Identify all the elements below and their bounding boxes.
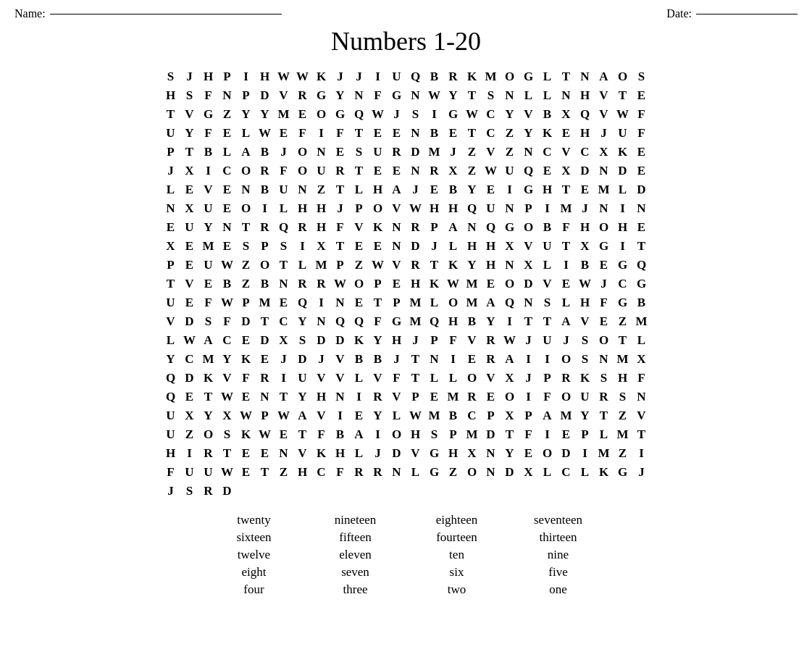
grid-cell: W: [501, 330, 519, 349]
grid-cell: N: [350, 85, 369, 104]
grid-cell: G: [632, 274, 651, 293]
grid-cell: N: [388, 217, 406, 236]
grid-cell: S: [482, 85, 501, 104]
grid-cell: D: [406, 142, 425, 161]
grid-cell: S: [237, 236, 256, 255]
grid-cell: L: [350, 443, 369, 462]
grid-cell: M: [406, 293, 425, 312]
grid-cell: O: [614, 67, 632, 85]
grid-cell: L: [632, 330, 651, 349]
grid-cell: X: [519, 462, 538, 481]
grid-cell: Q: [576, 104, 595, 123]
grid-cell: W: [406, 406, 425, 425]
grid-cell: A: [199, 330, 218, 349]
grid-cell: G: [444, 104, 463, 123]
grid-cell: Y: [256, 104, 275, 123]
grid-cell: B: [350, 349, 369, 368]
word-item: three: [309, 582, 403, 597]
grid-cell: Q: [293, 293, 312, 312]
grid-cell: B: [463, 312, 482, 330]
grid-cell: Y: [218, 349, 237, 368]
grid-cell: W: [275, 67, 293, 85]
grid-cell: I: [632, 443, 651, 462]
grid-cell: D: [256, 330, 275, 349]
grid-cell: U: [199, 462, 218, 481]
grid-cell: S: [293, 330, 312, 349]
grid-cell: P: [350, 198, 369, 217]
grid-cell: V: [369, 368, 388, 387]
grid-cell: V: [557, 142, 576, 161]
date-underline[interactable]: [696, 14, 798, 14]
grid-cell: P: [388, 293, 406, 312]
grid-cell: C: [482, 104, 501, 123]
grid-cell: Y: [180, 123, 199, 142]
grid-cell: K: [312, 443, 331, 462]
grid-cell: V: [519, 236, 538, 255]
name-underline[interactable]: [50, 14, 282, 14]
grid-cell: E: [237, 330, 256, 349]
grid-cell: S: [595, 368, 614, 387]
word-item: five: [511, 565, 606, 580]
grid-cell: T: [519, 312, 538, 330]
grid-cell: X: [463, 443, 482, 462]
grid-cell: F: [293, 123, 312, 142]
grid-cell: E: [632, 85, 651, 104]
grid-cell: R: [425, 161, 444, 180]
grid-cell: G: [519, 67, 538, 85]
grid-cell: E: [482, 274, 501, 293]
grid-cell: H: [463, 236, 482, 255]
grid-cell: T: [256, 312, 275, 330]
grid-cell: G: [595, 236, 614, 255]
word-item: twenty: [207, 513, 301, 527]
grid-cell: N: [463, 217, 482, 236]
grid-cell: G: [312, 85, 331, 104]
grid-cell: F: [218, 312, 237, 330]
grid-cell: R: [293, 217, 312, 236]
grid-cell: P: [519, 406, 538, 425]
grid-cell: S: [614, 387, 632, 406]
grid-cell: O: [444, 293, 463, 312]
grid-cell: E: [388, 123, 406, 142]
grid-cell: Y: [463, 255, 482, 274]
grid-cell: N: [406, 85, 425, 104]
grid-cell: Y: [501, 104, 519, 123]
grid-cell: B: [256, 142, 275, 161]
grid-cell: N: [293, 180, 312, 198]
grid-cell: X: [275, 330, 293, 349]
grid-cell: V: [388, 255, 406, 274]
grid-cell: M: [632, 312, 651, 330]
grid-cell: W: [576, 274, 595, 293]
grid-cell: R: [350, 462, 369, 481]
grid-cell: P: [538, 368, 557, 387]
grid-cell: J: [406, 330, 425, 349]
grid-cell: Q: [350, 312, 369, 330]
grid-cell: O: [293, 161, 312, 180]
grid-cell: B: [538, 217, 557, 236]
grid-cell: E: [218, 180, 237, 198]
grid-cell: Z: [350, 255, 369, 274]
grid-cell: T: [425, 255, 444, 274]
grid-cell: W: [482, 161, 501, 180]
grid-cell: E: [180, 255, 199, 274]
grid-cell: I: [538, 349, 557, 368]
grid-cell: W: [463, 104, 482, 123]
grid-cell: B: [444, 406, 463, 425]
grid-cell: T: [162, 104, 180, 123]
grid-cell: V: [595, 104, 614, 123]
grid-cell: H: [538, 180, 557, 198]
grid-cell: K: [369, 217, 388, 236]
grid-cell: E: [595, 255, 614, 274]
grid-cell: W: [406, 198, 425, 217]
grid-cell: Y: [482, 312, 501, 330]
grid-cell: W: [218, 255, 237, 274]
grid-cell: D: [406, 236, 425, 255]
grid-cell: E: [218, 123, 237, 142]
grid-cell: A: [237, 142, 256, 161]
grid-cell: S: [162, 67, 180, 85]
grid-cell: G: [388, 312, 406, 330]
grid-cell: F: [331, 462, 350, 481]
grid-cell: W: [256, 425, 275, 443]
puzzle-container: SJHPIHWWKJJIUQBRKMOGLTNAOSHSFNPDVRGYNFGN…: [14, 67, 798, 500]
grid-cell: O: [463, 368, 482, 387]
grid-cell: U: [199, 255, 218, 274]
